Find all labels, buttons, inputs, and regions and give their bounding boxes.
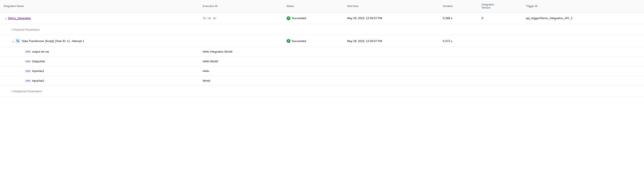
var-duration-2 — [440, 66, 478, 76]
collapse-button-transformer[interactable]: ⌄ — [10, 38, 15, 44]
var-start-0 — [344, 47, 440, 56]
data-transformer-icon — [15, 38, 20, 44]
var-version-2 — [478, 66, 522, 76]
data-transformer-label: Data Transformer (Script) (Task ID: 1) -… — [22, 40, 84, 43]
variable-row-3: STR inputVar2 World — [0, 76, 644, 86]
var-trigger-3 — [522, 76, 644, 86]
data-transformer-name-cell: ⌄ Data Transformer (Script) (Task ID: 1)… — [4, 38, 196, 44]
version-main: 0 — [478, 12, 522, 24]
svg-rect-3 — [18, 41, 19, 42]
col-header-integration-name: Integration Name — [0, 0, 199, 12]
var-name-cell-1: STR OutputVar — [4, 60, 196, 63]
data-transformer-row: ⌄ Data Transformer (Script) (Task ID: 1)… — [0, 35, 644, 47]
status-text-main: Succeeded — [292, 16, 306, 20]
collapse-button-main[interactable]: ⌄ — [4, 16, 8, 21]
str-badge-0: STR — [25, 50, 31, 53]
response-params-row: › Response Parameters — [0, 86, 644, 97]
col-header-integration-version: IntegrationVersion — [478, 0, 522, 12]
var-trigger-0 — [522, 47, 644, 56]
var-value-2: Hello — [199, 66, 283, 76]
var-name-cell-3: STR inputVar2 — [4, 79, 196, 82]
var-duration-0 — [440, 47, 478, 56]
str-badge-3: STR — [25, 79, 31, 82]
var-version-0 — [478, 47, 522, 56]
var-version-1 — [478, 56, 522, 66]
str-badge-1: STR — [25, 60, 31, 63]
var-name-2: inputVar1 — [32, 69, 44, 73]
var-trigger-2 — [522, 66, 644, 76]
version-transformer — [478, 35, 522, 47]
col-header-start-time: Start time — [344, 0, 440, 12]
response-params-cell: › Response Parameters — [4, 89, 640, 94]
var-status-2 — [283, 66, 344, 76]
var-status-0 — [283, 47, 344, 56]
start-time-main: May 29, 2023, 12:09:07 PM — [344, 12, 440, 24]
svg-rect-1 — [18, 40, 19, 41]
var-start-2 — [344, 66, 440, 76]
integration-name-cell: ⌄ Demo_Integration — [4, 16, 196, 21]
expand-button-request-params[interactable]: › — [10, 27, 14, 32]
var-name-cell-2: STR inputVar1 — [4, 69, 196, 73]
svg-rect-0 — [16, 40, 18, 41]
col-header-trigger-id: Trigger ID — [522, 0, 644, 12]
var-status-1 — [283, 56, 344, 66]
status-badge-main: Succeeded — [286, 16, 306, 20]
duration-transformer: 0.072 s — [440, 35, 478, 47]
variable-row-0: STR output-str-var Hello Integration Wor… — [0, 47, 644, 56]
var-name-3: inputVar2 — [32, 79, 44, 82]
var-value-1: Hello World! — [199, 56, 283, 66]
var-start-1 — [344, 56, 440, 66]
var-duration-3 — [440, 76, 478, 86]
var-name-0: output-str-var — [32, 50, 49, 53]
duration-main: 0.288 s — [440, 12, 478, 24]
execution-id-value: 7e cd ›6- — [203, 17, 217, 20]
start-time-transformer: May 29, 2023, 12:09:07 PM — [344, 35, 440, 47]
svg-rect-2 — [16, 41, 18, 42]
col-header-execution-id: Execution ID — [199, 0, 283, 12]
status-badge-transformer: Succeeded — [286, 39, 306, 43]
main-integration-row: ⌄ Demo_Integration 7e cd ›6- Succeeded M… — [0, 12, 644, 24]
var-status-3 — [283, 76, 344, 86]
var-trigger-1 — [522, 56, 644, 66]
success-icon-main — [286, 16, 290, 20]
request-params-cell: › Request Parameters — [4, 27, 640, 32]
var-name-cell-0: STR output-str-var — [4, 50, 196, 53]
var-start-3 — [344, 76, 440, 86]
col-header-status: Status — [283, 0, 344, 12]
request-params-label: Request Parameters — [14, 28, 40, 31]
response-params-label: Response Parameters — [14, 90, 42, 93]
variable-row-2: STR inputVar1 Hello — [0, 66, 644, 76]
var-version-3 — [478, 76, 522, 86]
expand-button-response-params[interactable]: › — [10, 89, 14, 94]
var-duration-1 — [440, 56, 478, 66]
status-text-transformer: Succeeded — [292, 40, 306, 43]
var-value-0: Hello Integration World! — [199, 47, 283, 56]
var-value-3: World — [199, 76, 283, 86]
trigger-id-transformer — [522, 35, 644, 47]
trigger-id-main: api_trigger/Demo_Integration_API_1 — [522, 12, 644, 24]
str-badge-2: STR — [25, 70, 31, 73]
table-header-row: Integration Name Execution ID Status Sta… — [0, 0, 644, 12]
var-name-1: OutputVar — [32, 60, 45, 63]
request-params-row: › Request Parameters — [0, 24, 644, 35]
data-transformer-execution-id — [199, 35, 283, 47]
variable-row-1: STR OutputVar Hello World! — [0, 56, 644, 66]
success-icon-transformer — [286, 39, 290, 43]
execution-table: Integration Name Execution ID Status Sta… — [0, 0, 644, 97]
col-header-duration: Duration — [440, 0, 478, 12]
integration-name-link[interactable]: Demo_Integration — [8, 16, 31, 20]
